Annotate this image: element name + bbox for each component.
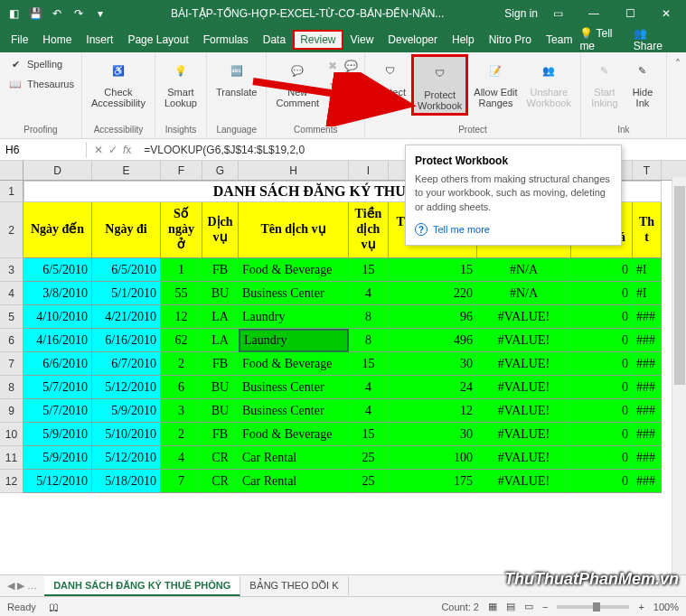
cell[interactable]: Business Center — [239, 376, 349, 399]
row-header[interactable]: 2 — [0, 202, 23, 258]
cell[interactable]: 100 — [389, 446, 477, 470]
cell[interactable]: Business Center — [239, 399, 349, 423]
cell[interactable]: 6/6/2010 — [23, 352, 92, 376]
cell[interactable]: 5/12/2010 — [92, 446, 161, 470]
cell[interactable]: Car Rental — [239, 470, 349, 493]
row-header[interactable]: 5 — [0, 305, 23, 329]
cell[interactable]: ### — [633, 352, 662, 376]
cell[interactable]: 4 — [161, 446, 202, 470]
cell[interactable]: 496 — [389, 329, 477, 352]
cell[interactable]: 5/9/2010 — [92, 399, 161, 423]
cell[interactable]: 15 — [349, 423, 389, 446]
maximize-button[interactable]: ☐ — [614, 0, 646, 27]
cell[interactable]: 25 — [349, 446, 389, 470]
protect-workbook-button[interactable]: 🛡Protect Workbook — [411, 54, 468, 116]
cell[interactable]: 0 — [571, 329, 633, 352]
tooltip-tellmemore[interactable]: ?Tell me more — [415, 223, 612, 236]
fx-icon[interactable]: fx — [123, 144, 131, 156]
cell[interactable]: ### — [633, 399, 662, 423]
cell[interactable]: Car Rental — [239, 446, 349, 470]
table-header[interactable]: Th t — [633, 202, 662, 258]
status-accessibility-icon[interactable]: 🕮 — [49, 602, 59, 612]
col-header[interactable]: T — [633, 161, 662, 180]
cell[interactable]: 0 — [571, 305, 633, 329]
cell[interactable]: 5/18/2010 — [92, 470, 161, 493]
cell[interactable]: #VALUE! — [477, 352, 571, 376]
smart-lookup-button[interactable]: 💡Smart Lookup — [161, 54, 201, 110]
row-header[interactable]: 10 — [0, 423, 23, 446]
row-header[interactable]: 3 — [0, 258, 23, 282]
undo-button[interactable]: ↶ — [47, 4, 67, 23]
cell[interactable]: 0 — [571, 376, 633, 399]
row-header[interactable]: 8 — [0, 376, 23, 399]
row-header[interactable]: 7 — [0, 352, 23, 376]
cancel-formula-icon[interactable]: ✕ — [94, 144, 103, 156]
cell[interactable]: 6/16/2010 — [92, 329, 161, 352]
cell[interactable]: 0 — [571, 282, 633, 305]
cell[interactable]: BU — [202, 399, 239, 423]
tab-nav[interactable]: ◀ ▶ … — [0, 580, 44, 592]
share-button[interactable]: 👥 Share — [634, 27, 675, 52]
cell[interactable]: Laundry — [239, 329, 349, 352]
thesaurus-button[interactable]: 📖Thesaurus — [5, 74, 76, 94]
col-header[interactable]: I — [349, 161, 389, 180]
cell[interactable]: 0 — [571, 423, 633, 446]
cell[interactable]: 96 — [389, 305, 477, 329]
table-header[interactable]: Tên dịch vụ — [239, 202, 349, 258]
enter-formula-icon[interactable]: ✓ — [108, 144, 117, 156]
table-header[interactable]: Số ngày ở — [161, 202, 202, 258]
cell[interactable]: 3/8/2010 — [23, 282, 92, 305]
cell[interactable]: #N/A — [477, 258, 571, 282]
cell[interactable]: 15 — [389, 258, 477, 282]
cell[interactable]: CR — [202, 446, 239, 470]
cell[interactable]: 8 — [349, 305, 389, 329]
cell[interactable]: 5/1/2010 — [92, 282, 161, 305]
close-button[interactable]: ✕ — [650, 0, 682, 27]
cell[interactable]: 7 — [161, 470, 202, 493]
view-pagebreak-icon[interactable]: ▭ — [524, 601, 533, 612]
row-header[interactable]: 12 — [0, 470, 23, 493]
cell[interactable]: BU — [202, 376, 239, 399]
collapse-ribbon-button[interactable]: ˄ — [675, 58, 681, 70]
cell[interactable]: 2 — [161, 423, 202, 446]
cell[interactable]: 15 — [349, 258, 389, 282]
cell[interactable]: 0 — [571, 352, 633, 376]
tab-file[interactable]: File — [4, 30, 35, 50]
cell[interactable]: #I — [633, 258, 662, 282]
cell[interactable]: 2 — [161, 352, 202, 376]
cell[interactable]: 6 — [161, 376, 202, 399]
cell[interactable]: 6/5/2010 — [92, 258, 161, 282]
autosave-toggle[interactable]: ◧ — [4, 4, 23, 23]
cell[interactable]: 4/10/2010 — [23, 305, 92, 329]
zoom-slider[interactable] — [557, 605, 629, 609]
col-header[interactable]: D — [23, 161, 92, 180]
cell[interactable]: 5/7/2010 — [23, 376, 92, 399]
spelling-button[interactable]: ✔Spelling — [5, 54, 76, 74]
col-header[interactable]: G — [202, 161, 239, 180]
hide-ink-button[interactable]: ✎Hide Ink — [625, 54, 661, 110]
row-header[interactable]: 4 — [0, 282, 23, 305]
tab-nitro[interactable]: Nitro Pro — [482, 30, 539, 50]
tab-insert[interactable]: Insert — [79, 30, 120, 50]
cell[interactable]: BU — [202, 282, 239, 305]
col-header[interactable]: E — [92, 161, 161, 180]
cell[interactable]: 6/7/2010 — [92, 352, 161, 376]
cell[interactable]: #VALUE! — [477, 470, 571, 493]
cell[interactable]: 25 — [349, 470, 389, 493]
allow-edit-ranges-button[interactable]: 📝Allow Edit Ranges — [470, 54, 521, 110]
tab-data[interactable]: Data — [256, 30, 293, 50]
cell[interactable]: 15 — [349, 352, 389, 376]
vertical-scrollbar[interactable] — [672, 177, 686, 574]
cell[interactable]: 175 — [389, 470, 477, 493]
tab-review[interactable]: Review — [293, 30, 343, 50]
zoom-in[interactable]: + — [638, 602, 644, 612]
cell[interactable]: #VALUE! — [477, 423, 571, 446]
tab-team[interactable]: Team — [539, 30, 579, 50]
cell[interactable]: Food & Beverage — [239, 423, 349, 446]
cell[interactable]: #VALUE! — [477, 399, 571, 423]
table-header[interactable]: Tiền dịch vụ — [349, 202, 389, 258]
cell[interactable]: Business Center — [239, 282, 349, 305]
cell[interactable]: 4/21/2010 — [92, 305, 161, 329]
cell[interactable]: ### — [633, 446, 662, 470]
cell[interactable]: ### — [633, 376, 662, 399]
